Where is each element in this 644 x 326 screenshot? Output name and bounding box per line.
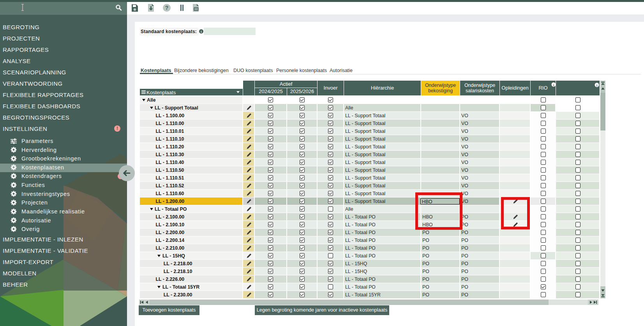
svg-text:?: ? xyxy=(165,5,169,11)
